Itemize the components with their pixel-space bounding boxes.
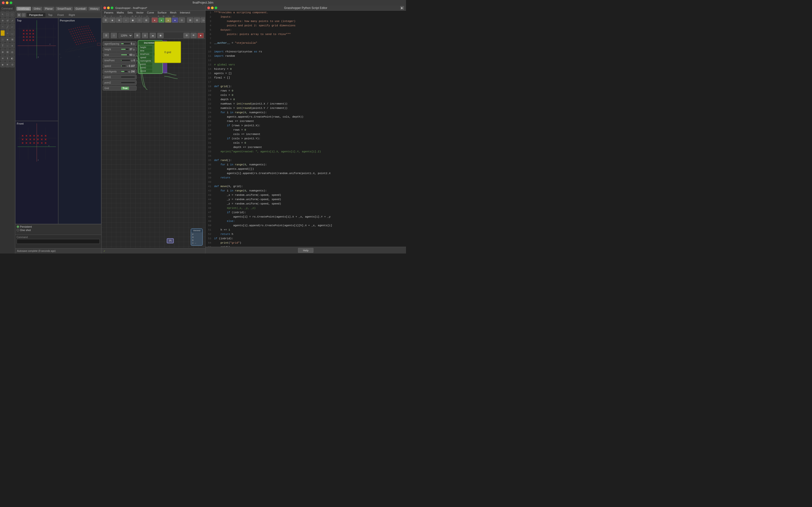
oneshot-radio[interactable]: [17, 229, 19, 231]
slider-point2[interactable]: point2: [103, 80, 137, 85]
tab-perspective[interactable]: Perspective: [27, 13, 45, 17]
persistent-radio[interactable]: [17, 225, 19, 228]
gh-canvas-btn5[interactable]: ☁: [150, 33, 156, 38]
slider-numagents[interactable]: numAgents ◇ 290: [103, 69, 137, 74]
text-tool[interactable]: T: [0, 43, 5, 49]
layer-tool[interactable]: ≋: [0, 55, 5, 61]
gh-panel-btn[interactable]: ⊞: [143, 17, 149, 23]
voronoi-node[interactable]: Voronoi P R B C →: [191, 228, 203, 246]
slider-speed[interactable]: speed ○ 0.107: [103, 63, 137, 68]
viewport-front[interactable]: Front: [15, 121, 58, 224]
gh-swatch-btn[interactable]: ⊙: [179, 17, 185, 23]
gridsnap-btn[interactable]: GridSnap: [16, 7, 31, 11]
gh-tool-a[interactable]: ⊠: [187, 17, 193, 23]
python-code-editor[interactable]: 1 """Provides a scripting component. 2 I…: [205, 11, 406, 247]
command-input[interactable]: [17, 239, 100, 244]
gh-menu-intersect[interactable]: Intersect: [179, 11, 191, 14]
gh-color4-btn[interactable]: ●: [172, 17, 178, 23]
planar-btn[interactable]: Planar: [44, 7, 55, 11]
tab-right[interactable]: Right: [66, 13, 77, 17]
gh-color3-btn[interactable]: ●: [165, 17, 171, 23]
slider-agentspacing[interactable]: agentSpacing 5 ◇: [103, 41, 137, 46]
solid-tool[interactable]: ■: [5, 37, 10, 42]
gh-zoom-select[interactable]: 126% 100% 75%: [118, 33, 133, 38]
gh-tool-b[interactable]: ⊟: [194, 17, 200, 23]
py-max-btn[interactable]: [215, 6, 217, 9]
viewport-view-icon[interactable]: □: [22, 13, 26, 17]
gh-save-btn[interactable]: ◈: [109, 17, 115, 23]
gh-canvas-btn2[interactable]: □: [111, 33, 117, 38]
arc-tool[interactable]: ◡: [10, 30, 14, 36]
snap-tool[interactable]: ⊕: [0, 49, 5, 55]
slider-timepoint[interactable]: timePoint ◇ 0: [103, 58, 137, 63]
help-button[interactable]: Help: [298, 248, 314, 253]
gh-menu-surface[interactable]: Surface: [156, 11, 168, 14]
tab-top[interactable]: Top: [46, 13, 55, 17]
gh-canvas[interactable]: agentSpacing 5 ◇ height 37 ◇ time: [101, 39, 205, 248]
gh-min-btn[interactable]: [107, 6, 110, 9]
gh-canvas-eye-btn[interactable]: 👁: [191, 33, 197, 38]
slider-point1[interactable]: point1: [103, 74, 137, 79]
viewport-perspective[interactable]: Perspective: [58, 18, 101, 224]
viewport-grid-icon[interactable]: ⊞: [17, 13, 21, 17]
gh-color1-btn[interactable]: ●: [152, 17, 158, 23]
smarttrack-btn[interactable]: SmartTrack: [56, 7, 72, 11]
lasso-tool[interactable]: ◌: [10, 11, 14, 17]
slider-grid[interactable]: Grid True: [103, 86, 137, 91]
circle-tool[interactable]: ○: [5, 30, 10, 36]
gh-menu-params[interactable]: Params: [103, 11, 115, 14]
gh-max-btn[interactable]: [111, 6, 113, 9]
gh-canvas-btn6[interactable]: ◉: [157, 33, 164, 38]
point-tool[interactable]: ·: [0, 30, 5, 36]
move-tool[interactable]: ✛: [0, 18, 5, 23]
gh-canvas-btn4[interactable]: ◎: [142, 33, 148, 38]
window-select-tool[interactable]: ⬚: [5, 11, 10, 17]
slider-time[interactable]: time 60 ◇: [103, 52, 137, 57]
gh-sphere-btn[interactable]: ◉: [130, 17, 136, 23]
light-tool[interactable]: ☀: [5, 62, 10, 67]
viewport-top[interactable]: Top: [15, 18, 58, 121]
render-tool[interactable]: ◈: [0, 62, 5, 67]
slider-height[interactable]: height 37 ◇: [103, 47, 137, 52]
gumball-btn[interactable]: Gumball: [74, 7, 87, 11]
line-tool[interactable]: ╱: [5, 24, 10, 30]
gh-menu-mesh[interactable]: Mesh: [168, 11, 178, 14]
camera-tool[interactable]: ⊙: [10, 62, 14, 67]
gh-canvas-btn1[interactable]: ☰: [103, 33, 109, 38]
gh-open-btn[interactable]: ⊕: [116, 17, 122, 23]
gh-new-btn[interactable]: ☰: [102, 17, 109, 23]
tab-front[interactable]: Front: [55, 13, 66, 17]
gh-menu-curve[interactable]: Curve: [146, 11, 155, 14]
hatch-tool[interactable]: ≡: [10, 43, 14, 49]
prop-tool[interactable]: ℹ: [5, 55, 10, 61]
gh-canvas-settings-btn[interactable]: ⚙: [184, 33, 190, 38]
gh-color2-btn[interactable]: ●: [158, 17, 164, 23]
py-close-btn[interactable]: [207, 6, 210, 9]
py-min-btn[interactable]: [211, 6, 214, 9]
curve-tool[interactable]: ~: [0, 24, 5, 30]
rotate-tool[interactable]: ↺: [5, 18, 10, 23]
select-tool[interactable]: ↖: [0, 11, 5, 17]
osnap-tool[interactable]: ◎: [10, 49, 14, 55]
gh-canvas-stop-btn[interactable]: ■: [197, 33, 204, 38]
gh-circle-btn[interactable]: ○: [123, 17, 129, 23]
mesh-tool[interactable]: ⊞: [10, 37, 14, 42]
grid-tool[interactable]: ⊞: [5, 49, 10, 55]
surface-tool[interactable]: □: [0, 37, 5, 42]
scale-tool[interactable]: ⤢: [10, 18, 14, 23]
gh-menu-sets[interactable]: Sets: [126, 11, 134, 14]
dim-tool[interactable]: ↔: [5, 43, 10, 49]
color-tool[interactable]: ◐: [10, 55, 14, 61]
ortho-btn[interactable]: Ortho: [32, 7, 42, 11]
close-btn[interactable]: [2, 1, 5, 4]
minimize-btn[interactable]: [6, 1, 8, 4]
polyline-tool[interactable]: ⌐: [10, 24, 14, 30]
py-run-btn[interactable]: ▶: [400, 6, 404, 10]
pt-node[interactable]: Pt: [167, 238, 174, 243]
gh-canvas-btn3[interactable]: ⊞: [134, 33, 140, 38]
gh-box-btn[interactable]: □: [136, 17, 143, 23]
history-btn[interactable]: History: [89, 7, 100, 11]
gh-menu-vector[interactable]: Vector: [135, 11, 145, 14]
gh-menu-maths[interactable]: Maths: [115, 11, 125, 14]
gh-close-btn[interactable]: [103, 6, 106, 9]
